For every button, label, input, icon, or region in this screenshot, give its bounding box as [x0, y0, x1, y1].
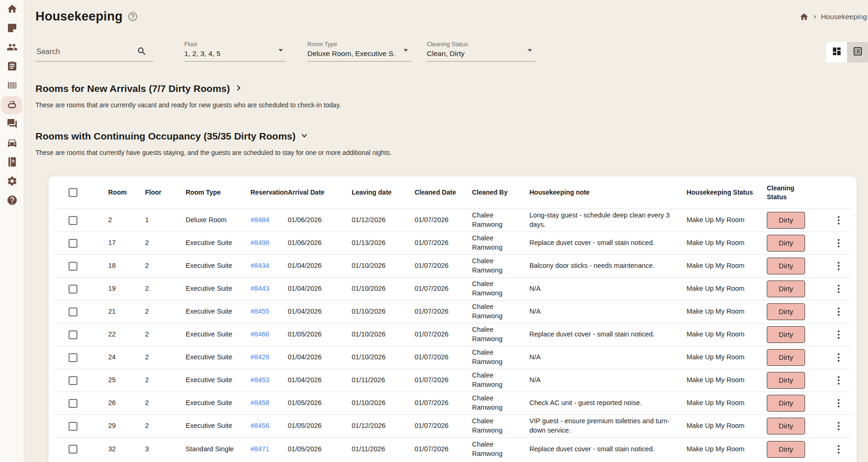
row-checkbox[interactable] [69, 376, 77, 385]
sidebar-item-home[interactable] [0, 0, 24, 19]
reservation-link[interactable]: #8458 [250, 399, 269, 406]
col-housekeeping-status[interactable]: Housekeeping Status [687, 188, 767, 197]
room-cell: 18 [108, 261, 145, 271]
row-checkbox[interactable] [69, 216, 77, 225]
cleaned-date-cell: 01/07/2026 [415, 238, 472, 248]
col-room-type[interactable]: Room Type [186, 188, 250, 197]
chevron-down-icon[interactable] [300, 132, 308, 141]
reservation-link[interactable]: #8443 [250, 285, 269, 292]
col-reservation[interactable]: Reservation [250, 188, 288, 197]
floor-cell: 2 [145, 376, 186, 385]
col-housekeeping-note[interactable]: Housekeeping note [529, 188, 687, 197]
section-continuing-occupancy-header[interactable]: Rooms with Continuing Occupancy (35/35 D… [35, 131, 868, 142]
row-checkbox[interactable] [69, 330, 77, 339]
list-view-button[interactable] [847, 42, 868, 63]
cleaned-by-cell: Chalee Ramwong [472, 257, 529, 275]
search-input[interactable] [35, 41, 133, 60]
row-checkbox[interactable] [69, 308, 77, 316]
cleaned-date-cell: 01/07/2026 [415, 399, 472, 408]
arrival-date-cell: 01/04/2026 [288, 261, 352, 271]
row-menu-button[interactable] [836, 306, 841, 318]
select-all-checkbox[interactable] [69, 188, 77, 197]
cleaned-date-cell: 01/07/2026 [415, 421, 472, 431]
housekeeping-status-cell: Make Up My Room [687, 353, 767, 362]
housekeeping-note-cell: Replace duvet cover - small stain notice… [529, 445, 687, 454]
sidebar-item-settings[interactable] [0, 172, 24, 191]
room-type-cell: Executive Suite [186, 421, 250, 431]
row-menu-button[interactable] [836, 283, 841, 295]
reservation-link[interactable]: #8434 [250, 262, 269, 269]
filter-room-type[interactable]: Room Type Deluxe Room, Executive S… [307, 40, 411, 62]
section-description: These are rooms that are currently vacan… [35, 101, 868, 109]
arrival-date-cell: 01/04/2026 [288, 353, 352, 362]
chevron-right-icon[interactable] [235, 84, 243, 94]
row-menu-button[interactable] [836, 351, 841, 364]
row-checkbox[interactable] [69, 353, 77, 362]
reservation-link[interactable]: #8471 [250, 445, 269, 453]
room-type-cell: Deluxe Room [186, 216, 250, 225]
filter-floor[interactable]: Floor 1, 2, 3, 4, 5 [184, 40, 286, 62]
room-cell: 29 [108, 421, 145, 431]
reservation-link[interactable]: #8428 [250, 353, 269, 361]
breadcrumb-home-icon[interactable] [799, 12, 809, 21]
col-room[interactable]: Room [108, 188, 145, 197]
reservation-link[interactable]: #8466 [250, 330, 269, 338]
sticky-note-icon [7, 22, 18, 35]
row-checkbox[interactable] [69, 445, 77, 454]
col-leaving-date[interactable]: Leaving date [352, 188, 415, 197]
room-type-cell: Executive Suite [186, 307, 250, 316]
row-menu-button[interactable] [836, 260, 841, 272]
row-checkbox[interactable] [69, 399, 77, 408]
cleaning-status-badge: Dirty [767, 303, 805, 320]
filter-cleaning-status[interactable]: Cleaning Status Clean, Dirty [427, 40, 535, 62]
room-type-cell: Standard Single [186, 445, 250, 454]
floor-cell: 2 [145, 353, 186, 362]
cleaned-date-cell: 01/07/2026 [415, 376, 472, 385]
row-checkbox[interactable] [69, 285, 77, 294]
filter-label: Cleaning Status [427, 40, 535, 48]
cleaned-by-cell: Chalee Ramwong [472, 394, 529, 412]
sidebar-item-bookings[interactable] [0, 153, 24, 172]
arrival-date-cell: 01/05/2026 [288, 399, 352, 408]
breadcrumb: Housekeeping [799, 12, 868, 21]
col-floor[interactable]: Floor [145, 188, 186, 197]
table-row: 22 2 Executive Suite #8466 01/05/2026 01… [54, 323, 851, 346]
row-menu-button[interactable] [836, 397, 841, 409]
grid-view-button[interactable] [826, 42, 847, 63]
section-title: Rooms for New Arrivals (7/7 Dirty Rooms) [35, 83, 230, 94]
reservation-link[interactable]: #8455 [250, 308, 269, 315]
sidebar-item-barcode[interactable] [0, 77, 24, 96]
row-menu-button[interactable] [836, 374, 841, 386]
sidebar-item-housekeeping[interactable] [0, 96, 24, 115]
row-checkbox[interactable] [69, 239, 77, 248]
row-menu-button[interactable] [836, 214, 841, 226]
reservation-link[interactable]: #8484 [250, 216, 269, 224]
table-row: 26 2 Executive Suite #8458 01/05/2026 01… [54, 392, 851, 415]
reservation-link[interactable]: #8456 [250, 422, 269, 429]
col-cleaning-status[interactable]: Cleaning Status [767, 184, 826, 202]
row-menu-button[interactable] [836, 329, 841, 341]
col-cleaned-date[interactable]: Cleaned Date [415, 188, 472, 197]
col-cleaned-by[interactable]: Cleaned By [472, 188, 529, 197]
reservation-link[interactable]: #8498 [250, 239, 269, 246]
sidebar-item-tasks[interactable] [0, 57, 24, 77]
table-header-row: Room Floor Room Type Reservation Arrival… [54, 176, 851, 209]
row-checkbox[interactable] [69, 422, 77, 431]
rooms-table-card: Room Floor Room Type Reservation Arrival… [49, 176, 857, 462]
col-arrival-date[interactable]: Arrival Date [288, 188, 352, 197]
sidebar-item-chat[interactable] [0, 115, 24, 134]
row-menu-button[interactable] [836, 443, 841, 455]
sidebar-item-transport[interactable] [0, 134, 24, 153]
page-help-icon[interactable] [127, 11, 138, 22]
row-menu-button[interactable] [836, 420, 841, 432]
section-new-arrivals-header[interactable]: Rooms for New Arrivals (7/7 Dirty Rooms) [35, 83, 868, 94]
sidebar-item-help[interactable] [0, 191, 24, 210]
row-checkbox[interactable] [69, 262, 77, 271]
reservation-link[interactable]: #8453 [250, 376, 269, 384]
table-row: 32 3 Standard Single #8471 01/05/2026 01… [54, 438, 851, 461]
sidebar-item-notes[interactable] [0, 19, 24, 38]
chevron-down-icon [528, 49, 532, 52]
row-menu-button[interactable] [836, 237, 841, 249]
sidebar-item-guests[interactable] [0, 38, 24, 57]
floor-cell: 2 [145, 399, 186, 408]
